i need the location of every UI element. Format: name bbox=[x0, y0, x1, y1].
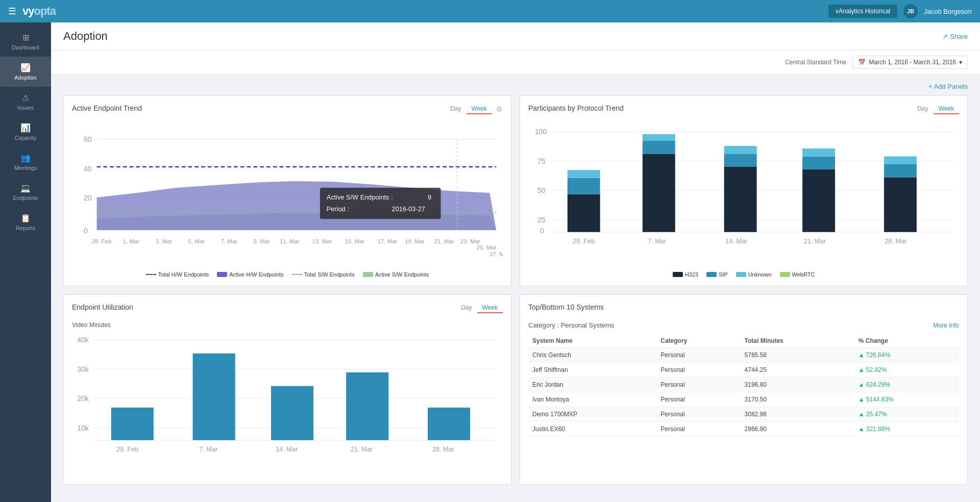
table-head: System Name Category Total Minutes % Cha… bbox=[528, 334, 959, 348]
svg-rect-51 bbox=[724, 146, 757, 154]
svg-text:0: 0 bbox=[84, 227, 88, 235]
cell-minutes: 3196.80 bbox=[741, 378, 854, 392]
svg-text:14. Mar: 14. Mar bbox=[276, 445, 298, 453]
svg-text:23. Mar: 23. Mar bbox=[460, 238, 480, 244]
cell-change: ▲ 726.84% bbox=[854, 348, 959, 363]
tab-day[interactable]: Day bbox=[445, 104, 466, 114]
panel-header: Top/Bottom 10 Systems bbox=[528, 303, 959, 317]
svg-rect-45 bbox=[568, 170, 600, 178]
svg-rect-47 bbox=[643, 141, 675, 154]
systems-table: System Name Category Total Minutes % Cha… bbox=[528, 334, 959, 437]
svg-text:27. Mar: 27. Mar bbox=[489, 251, 503, 257]
gear-icon[interactable]: ⚙ bbox=[496, 105, 503, 113]
timezone-label: Central Standard Time bbox=[785, 59, 846, 66]
svg-text:2016-03-27: 2016-03-27 bbox=[392, 205, 425, 213]
svg-text:40k: 40k bbox=[77, 336, 89, 344]
sidebar-item-reports[interactable]: 📋 Reports bbox=[0, 207, 51, 237]
svg-text:0: 0 bbox=[540, 227, 544, 235]
cell-change: ▲ 624.29% bbox=[854, 378, 959, 392]
sidebar-item-capacity[interactable]: 📊 Capacity bbox=[0, 117, 51, 147]
top-panels-row: Active Endpoint Trend Day Week ⚙ 60 40 bbox=[63, 95, 968, 286]
active-endpoint-chart: 60 40 20 0 bbox=[72, 122, 503, 267]
table-row: Justin.EX60 Personal 2866.90 ▲ 321.88% bbox=[528, 422, 959, 437]
cell-name: Chris Gentsch bbox=[528, 348, 656, 363]
table-header-row: System Name Category Total Minutes % Cha… bbox=[528, 334, 959, 348]
tab-group: Day Week bbox=[912, 104, 959, 114]
legend-active-hw: Active H/W Endpoints bbox=[217, 271, 283, 278]
toolbar: Central Standard Time 📅 March 1, 2016 - … bbox=[51, 51, 980, 74]
endpoint-trend-svg: 60 40 20 0 bbox=[72, 122, 503, 266]
add-panels-link[interactable]: + Add Panels bbox=[928, 83, 968, 90]
table-row: Eric Jordan Personal 3196.80 ▲ 624.29% bbox=[528, 378, 959, 392]
active-endpoint-panel: Active Endpoint Trend Day Week ⚙ 60 40 bbox=[63, 95, 511, 286]
sidebar-item-adoption[interactable]: 📈 Adoption bbox=[0, 57, 51, 87]
tab-week[interactable]: Week bbox=[477, 303, 503, 313]
svg-rect-43 bbox=[568, 194, 600, 232]
up-arrow-icon: ▲ bbox=[859, 425, 865, 433]
endpoint-utilization-panel: Endpoint Utilization Day Week Video Minu… bbox=[63, 294, 511, 484]
up-arrow-icon: ▲ bbox=[859, 381, 865, 388]
issues-icon: ⚠ bbox=[22, 93, 29, 103]
more-info-link[interactable]: More Info bbox=[933, 322, 959, 329]
legend-total-hw: Total H/W Endpoints bbox=[146, 271, 209, 278]
reports-icon: 📋 bbox=[20, 213, 31, 223]
user-avatar: JB bbox=[903, 4, 918, 18]
cell-category: Personal bbox=[656, 422, 740, 437]
legend-unknown: Unknown bbox=[736, 271, 772, 278]
svg-rect-50 bbox=[724, 154, 757, 167]
bottom-panels-row: Endpoint Utilization Day Week Video Minu… bbox=[63, 294, 968, 484]
svg-rect-28 bbox=[320, 188, 441, 219]
svg-rect-74 bbox=[271, 386, 313, 440]
svg-text:25. Mar: 25. Mar bbox=[477, 244, 497, 250]
cell-name: Demo 1700MXP bbox=[528, 407, 656, 422]
sidebar-item-label: Reports bbox=[16, 225, 36, 231]
cell-minutes: 5785.58 bbox=[741, 348, 854, 363]
svg-rect-46 bbox=[643, 154, 675, 232]
top-bottom-systems-panel: Top/Bottom 10 Systems Category : Persona… bbox=[520, 294, 968, 484]
cell-category: Personal bbox=[656, 348, 740, 363]
sidebar-item-endpoints[interactable]: 💻 Endpoints bbox=[0, 177, 51, 207]
svg-text:28. Feb: 28. Feb bbox=[91, 238, 111, 244]
svg-rect-53 bbox=[802, 156, 835, 169]
panel-title: Endpoint Utilization bbox=[72, 303, 133, 311]
svg-text:1. Mar: 1. Mar bbox=[123, 238, 140, 244]
utilization-svg: 40k 30k 20k 10k bbox=[72, 331, 503, 474]
utilization-chart: 40k 30k 20k 10k bbox=[72, 331, 503, 475]
tab-week[interactable]: Week bbox=[467, 104, 492, 114]
svg-text:Active S/W Endpoints :: Active S/W Endpoints : bbox=[327, 193, 393, 201]
tab-week[interactable]: Week bbox=[934, 104, 959, 114]
dashboard-area: + Add Panels Active Endpoint Trend Day W… bbox=[51, 74, 980, 501]
svg-text:28. Mar: 28. Mar bbox=[885, 237, 907, 245]
panel-title: Top/Bottom 10 Systems bbox=[528, 303, 604, 311]
meetings-icon: 👥 bbox=[20, 153, 31, 163]
hamburger-icon[interactable]: ☰ bbox=[8, 6, 16, 17]
svg-rect-48 bbox=[643, 134, 675, 141]
up-arrow-icon: ▲ bbox=[859, 352, 865, 359]
svg-rect-54 bbox=[802, 148, 835, 156]
sidebar-item-issues[interactable]: ⚠ Issues bbox=[0, 87, 51, 117]
sidebar-item-meetings[interactable]: 👥 Meetings bbox=[0, 147, 51, 177]
calendar-icon: 📅 bbox=[858, 59, 866, 66]
legend-webrtc: WebRTC bbox=[780, 271, 815, 278]
sidebar-item-dashboard[interactable]: ⊞ Dashboard bbox=[0, 27, 51, 57]
chevron-down-icon: ▾ bbox=[959, 59, 962, 66]
date-range-button[interactable]: 📅 March 1, 2016 - March 31, 2016 ▾ bbox=[852, 56, 968, 69]
protocol-legend: H323 SIP Unknown WebRTC bbox=[528, 271, 959, 278]
nav-right: vAnalytics Historical JB Jacob Borgeson bbox=[828, 4, 972, 18]
analytics-button[interactable]: vAnalytics Historical bbox=[828, 5, 897, 18]
col-system-name: System Name bbox=[528, 334, 656, 348]
cell-name: Justin.EX60 bbox=[528, 422, 656, 437]
share-icon: ↗ bbox=[942, 33, 948, 40]
sidebar-item-label: Endpoints bbox=[13, 195, 38, 201]
category-label: Category : Personal Systems bbox=[528, 321, 614, 329]
svg-text:19. Mar: 19. Mar bbox=[405, 238, 425, 244]
tab-day[interactable]: Day bbox=[456, 303, 477, 313]
top-nav: ☰ vyopta vAnalytics Historical JB Jacob … bbox=[0, 0, 980, 22]
share-button[interactable]: ↗ Share bbox=[942, 33, 968, 40]
tab-day[interactable]: Day bbox=[912, 104, 933, 114]
svg-text:9: 9 bbox=[428, 193, 431, 201]
table-row: Demo 1700MXP Personal 3082.98 ▲ 25.47% bbox=[528, 407, 959, 422]
table-row: Jeff Shiffman Personal 4744.25 ▲ 52.82% bbox=[528, 363, 959, 378]
col-pct-change: % Change bbox=[854, 334, 959, 348]
legend-active-sw: Active S/W Endpoints bbox=[363, 271, 429, 278]
